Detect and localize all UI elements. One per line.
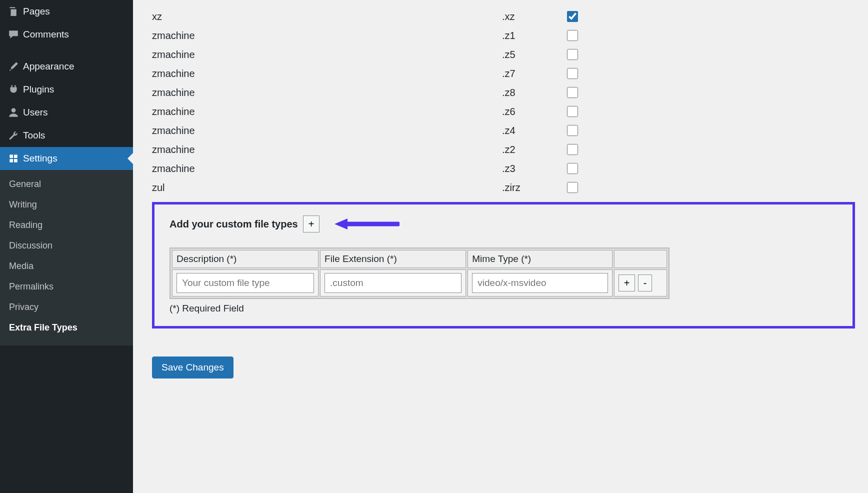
submenu-item-permalinks[interactable]: Permalinks (0, 276, 133, 297)
submenu-item-media[interactable]: Media (0, 256, 133, 276)
file-type-extension: .zirz (502, 182, 562, 194)
file-type-checkbox[interactable] (567, 125, 578, 136)
file-type-checkbox-cell (562, 104, 582, 118)
main-content: xz.xzzmachine.z1zmachine.z5zmachine.z7zm… (133, 0, 868, 493)
table-header-mime: Mime Type (*) (468, 250, 612, 268)
svg-point-2 (12, 108, 16, 112)
sidebar-item-comments[interactable]: Comments (0, 23, 133, 46)
row-add-button[interactable]: + (618, 274, 636, 292)
custom-types-title: Add your custom file types (170, 218, 298, 230)
mime-type-input[interactable] (472, 273, 608, 293)
sidebar-item-plugins[interactable]: Plugins (0, 78, 133, 101)
file-type-checkbox-cell (562, 124, 582, 138)
tools-icon (8, 130, 23, 141)
file-type-checkbox[interactable] (567, 106, 578, 117)
submenu-label: Writing (9, 200, 37, 210)
file-type-extension: .xz (502, 11, 562, 22)
annotation-arrow-icon (334, 217, 400, 231)
submenu-item-reading[interactable]: Reading (0, 215, 133, 236)
svg-rect-3 (10, 154, 13, 158)
comments-icon (8, 29, 23, 40)
submenu-item-discussion[interactable]: Discussion (0, 236, 133, 256)
file-type-checkbox[interactable] (567, 87, 578, 98)
file-type-row: zmachine.z4 (152, 121, 855, 140)
file-type-checkbox-cell (562, 28, 582, 42)
table-row: + - (172, 270, 667, 296)
submenu-label: Privacy (9, 302, 38, 312)
file-type-checkbox[interactable] (567, 49, 578, 60)
submenu-label: General (9, 179, 41, 189)
file-type-extension: .z8 (502, 87, 562, 98)
sidebar-item-label: Plugins (23, 84, 54, 95)
sidebar-item-settings[interactable]: Settings (0, 147, 133, 170)
file-type-name: zmachine (152, 144, 502, 156)
file-type-row: zmachine.z1 (152, 26, 855, 45)
svg-marker-8 (334, 218, 348, 230)
file-type-name: zmachine (152, 106, 502, 118)
file-type-extension: .z1 (502, 30, 562, 42)
extension-input[interactable] (324, 273, 462, 293)
svg-rect-4 (14, 154, 18, 158)
file-type-row: zmachine.z8 (152, 83, 855, 102)
file-type-list: xz.xzzmachine.z1zmachine.z5zmachine.z7zm… (152, 7, 855, 197)
custom-types-table: Description (*) File Extension (*) Mime … (170, 248, 670, 299)
sidebar-item-users[interactable]: Users (0, 101, 133, 124)
file-type-name: zmachine (152, 125, 502, 136)
sidebar-item-label: Tools (23, 130, 45, 141)
add-custom-type-button[interactable]: + (303, 216, 320, 232)
sidebar-item-label: Appearance (23, 61, 74, 72)
file-type-checkbox-cell (562, 48, 582, 62)
file-type-extension: .z7 (502, 68, 562, 80)
file-type-name: zmachine (152, 87, 502, 98)
submenu-label: Permalinks (9, 282, 54, 292)
file-type-extension: .z5 (502, 49, 562, 60)
file-type-checkbox[interactable] (567, 163, 578, 174)
sidebar-item-label: Comments (23, 29, 69, 40)
save-changes-button[interactable]: Save Changes (152, 356, 234, 378)
file-type-row: zmachine.z6 (152, 102, 855, 121)
settings-icon (8, 153, 23, 164)
submenu-item-privacy[interactable]: Privacy (0, 297, 133, 318)
sidebar-item-pages[interactable]: Pages (0, 0, 133, 23)
file-type-checkbox[interactable] (567, 11, 578, 22)
file-type-checkbox-cell (562, 86, 582, 100)
file-type-checkbox[interactable] (567, 144, 578, 155)
file-type-name: xz (152, 11, 502, 22)
svg-rect-1 (11, 10, 16, 16)
file-type-checkbox[interactable] (567, 182, 578, 193)
submenu-item-writing[interactable]: Writing (0, 194, 133, 215)
svg-rect-6 (14, 159, 18, 162)
sidebar-item-label: Settings (23, 153, 58, 164)
file-type-row: zmachine.z3 (152, 159, 855, 178)
submenu-label: Media (9, 261, 34, 271)
file-type-name: zul (152, 182, 502, 194)
file-type-checkbox[interactable] (567, 30, 578, 41)
file-type-row: zmachine.z7 (152, 64, 855, 83)
appearance-icon (8, 61, 23, 72)
file-type-extension: .z4 (502, 125, 562, 136)
file-type-checkbox[interactable] (567, 68, 578, 79)
description-input[interactable] (176, 273, 314, 293)
file-type-checkbox-cell (562, 162, 582, 176)
sidebar-item-label: Pages (23, 6, 50, 17)
file-type-checkbox-cell (562, 10, 582, 24)
file-type-checkbox-cell (562, 142, 582, 156)
file-type-name: zmachine (152, 49, 502, 60)
file-type-checkbox-cell (562, 66, 582, 80)
file-type-name: zmachine (152, 68, 502, 80)
submenu-item-general[interactable]: General (0, 174, 133, 194)
required-field-note: (*) Required Field (170, 303, 838, 314)
sidebar-item-tools[interactable]: Tools (0, 124, 133, 147)
file-type-extension: .z2 (502, 144, 562, 156)
users-icon (8, 107, 23, 118)
sidebar-item-appearance[interactable]: Appearance (0, 55, 133, 78)
submenu-label: Reading (9, 220, 42, 230)
row-remove-button[interactable]: - (638, 274, 652, 292)
settings-submenu: General Writing Reading Discussion Media… (0, 170, 133, 346)
table-header-extension: File Extension (*) (320, 250, 466, 268)
file-type-extension: .z6 (502, 106, 562, 118)
file-type-row: zmachine.z2 (152, 140, 855, 159)
file-type-row: zmachine.z5 (152, 45, 855, 64)
submenu-item-extra-file-types[interactable]: Extra File Types (0, 318, 133, 338)
file-type-name: zmachine (152, 30, 502, 42)
